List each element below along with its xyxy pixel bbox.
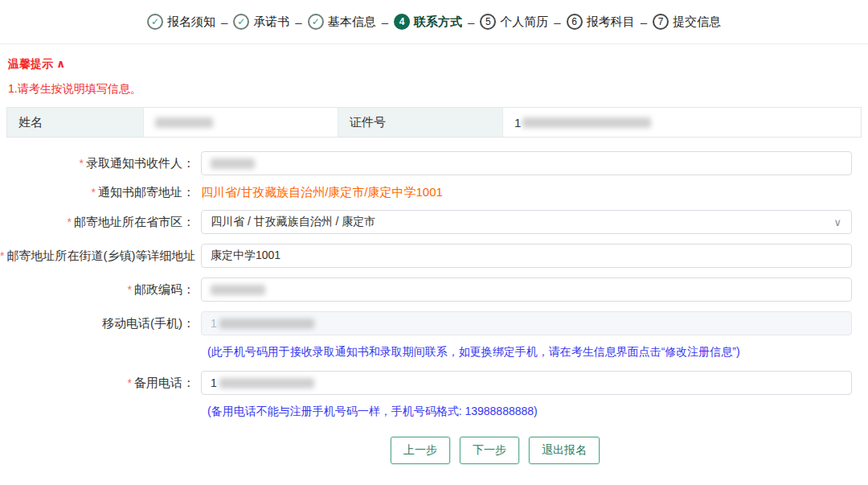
contact-form: *录取通知书收件人： *通知书邮寄地址： 四川省/甘孜藏族自治州/康定市/康定中… (0, 151, 868, 464)
required-mark: * (92, 186, 96, 199)
id-value-prefix: 1 (514, 116, 521, 129)
region-label: *邮寄地址所在省市区： (0, 215, 201, 230)
step-separator: – (468, 15, 474, 29)
chevron-up-icon: ∧ (56, 57, 65, 70)
name-value-cell (144, 108, 338, 137)
mail-address-label: *通知书邮寄地址： (0, 185, 201, 200)
check-circle-icon: ✓ (308, 14, 324, 30)
tips-section: 温馨提示∧ 1.请考生按说明填写信息。 (0, 44, 868, 97)
region-select[interactable]: 四川省 / 甘孜藏族自治州 / 康定市 ∨ (201, 210, 852, 234)
redacted-recipient (211, 158, 255, 169)
backup-phone-label: *备用电话： (0, 376, 201, 391)
step-commitment-letter: ✓ 承诺书 (233, 14, 289, 30)
step-separator: – (295, 15, 301, 29)
required-mark: * (80, 157, 84, 170)
step-label: 联系方式 (414, 14, 462, 30)
button-row: 上一步 下一步 退出报名 (61, 437, 868, 464)
form-row-backup-phone: *备用电话： 1 (0, 371, 868, 395)
backup-phone-note: (备用电话不能与注册手机号码一样，手机号码格式: 13988888888) (207, 405, 868, 419)
form-row-street: *邮寄地址所在街道(乡镇)等详细地址： 康定中学1001 (0, 244, 868, 268)
redacted-name (155, 117, 213, 128)
step-basic-info: ✓ 基本信息 (308, 14, 376, 30)
street-value: 康定中学1001 (211, 249, 280, 263)
step-separator: – (382, 15, 388, 29)
form-row-postcode: *邮政编码： (0, 277, 868, 302)
check-circle-icon: ✓ (233, 14, 249, 30)
mobile-note: (此手机号码用于接收录取通知书和录取期间联系，如更换绑定手机，请在考生信息界面点… (207, 345, 868, 360)
step-contact-info-current: 4 联系方式 (394, 14, 462, 30)
redacted-postcode (211, 285, 265, 295)
recipient-input[interactable] (201, 151, 852, 175)
required-mark: * (0, 249, 4, 262)
previous-step-button[interactable]: 上一步 (391, 437, 450, 464)
step-label: 提交信息 (673, 14, 721, 30)
exit-registration-button[interactable]: 退出报名 (529, 437, 600, 464)
next-step-button[interactable]: 下一步 (460, 437, 519, 464)
step-registration-notice: ✓ 报名须知 (147, 14, 215, 30)
backup-phone-value-prefix: 1 (211, 376, 217, 389)
candidate-info-table: 姓名 证件号 1 (6, 107, 862, 138)
street-label: *邮寄地址所在街道(乡镇)等详细地址： (0, 249, 201, 264)
registration-contact-page: ✓ 报名须知 – ✓ 承诺书 – ✓ 基本信息 – 4 联系方式 – 5 个人简… (0, 0, 868, 485)
tips-line-1: 1.请考生按说明填写信息。 (8, 82, 860, 97)
mobile-input-disabled: 1 (201, 311, 852, 335)
redacted-id-number (522, 117, 651, 128)
mail-address-value: 四川省/甘孜藏族自治州/康定市/康定中学1001 (201, 185, 443, 200)
step-label: 报名须知 (167, 14, 215, 30)
step-label: 承诺书 (253, 14, 289, 30)
id-label-cell: 证件号 (338, 108, 503, 137)
step-separator: – (641, 15, 647, 29)
step-number-icon: 7 (653, 14, 669, 30)
step-number-icon: 4 (394, 14, 410, 30)
required-mark: * (128, 283, 132, 296)
chevron-down-icon: ∨ (833, 216, 841, 228)
step-number-icon: 6 (567, 14, 583, 30)
step-label: 个人简历 (500, 14, 548, 30)
tips-collapse-toggle[interactable]: 温馨提示∧ (8, 57, 65, 72)
mobile-value-prefix: 1 (211, 317, 217, 330)
form-row-mobile: 移动电话(手机)： 1 (0, 311, 868, 335)
required-mark: * (68, 216, 72, 228)
step-submit-info: 7 提交信息 (653, 14, 721, 30)
stepper: ✓ 报名须知 – ✓ 承诺书 – ✓ 基本信息 – 4 联系方式 – 5 个人简… (0, 0, 868, 44)
tips-title-text: 温馨提示 (8, 57, 53, 70)
step-separator: – (221, 15, 227, 29)
redacted-mobile (219, 319, 314, 329)
form-row-region: *邮寄地址所在省市区： 四川省 / 甘孜藏族自治州 / 康定市 ∨ (0, 210, 868, 234)
id-value-cell: 1 (503, 108, 861, 137)
step-personal-resume: 5 个人简历 (480, 14, 548, 30)
check-circle-icon: ✓ (147, 14, 163, 30)
step-number-icon: 5 (480, 14, 496, 30)
street-input[interactable]: 康定中学1001 (201, 244, 852, 268)
step-label: 基本信息 (328, 14, 376, 30)
step-label: 报考科目 (587, 14, 635, 30)
form-row-recipient: *录取通知书收件人： (0, 151, 868, 175)
backup-phone-input[interactable]: 1 (201, 371, 852, 395)
name-label-cell: 姓名 (7, 108, 144, 137)
postcode-label: *邮政编码： (0, 282, 201, 298)
region-selected-value: 四川省 / 甘孜藏族自治州 / 康定市 (211, 215, 375, 229)
form-row-mail-address: *通知书邮寄地址： 四川省/甘孜藏族自治州/康定市/康定中学1001 (0, 185, 868, 200)
mobile-label: 移动电话(手机)： (0, 316, 201, 331)
required-mark: * (128, 376, 132, 389)
postcode-input[interactable] (201, 277, 852, 302)
step-separator: – (554, 15, 560, 29)
step-exam-subjects: 6 报考科目 (567, 14, 635, 30)
recipient-label: *录取通知书收件人： (0, 156, 201, 171)
redacted-backup-phone (219, 378, 314, 388)
